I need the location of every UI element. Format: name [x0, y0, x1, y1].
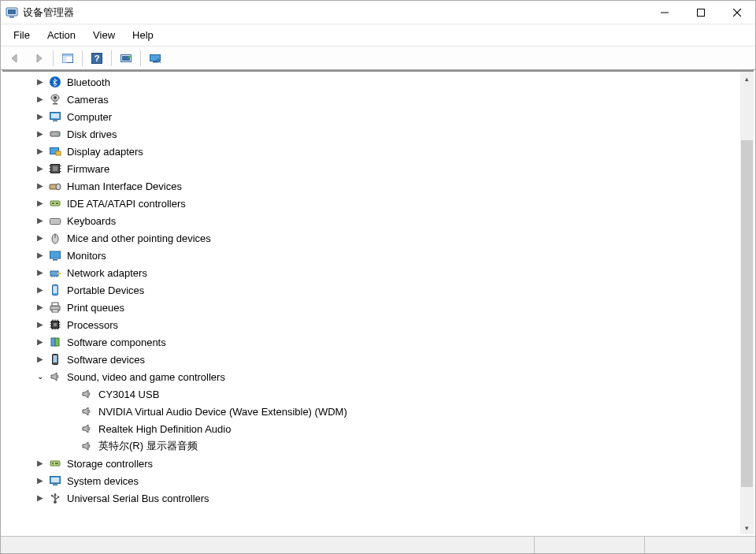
chevron-right-icon[interactable]: ▶ [34, 75, 46, 87]
chevron-down-icon[interactable]: ⌄ [34, 370, 46, 382]
svg-point-26 [57, 133, 59, 135]
tree-item-cameras[interactable]: ▶ Cameras [2, 91, 740, 108]
forward-button[interactable] [28, 49, 50, 68]
chevron-right-icon[interactable]: ▶ [34, 456, 46, 469]
chevron-right-icon[interactable]: ▶ [34, 127, 46, 139]
device-manager-window: 设备管理器 File Action View Help [0, 0, 756, 554]
disk-drive-icon [48, 128, 62, 140]
maximize-button[interactable] [683, 1, 719, 24]
tree-item-label: NVIDIA Virtual Audio Device (Wave Extens… [98, 406, 347, 418]
chevron-right-icon[interactable]: ▶ [34, 352, 46, 365]
chevron-right-icon[interactable]: ▶ [34, 162, 46, 174]
chevron-right-icon[interactable]: ▶ [34, 231, 46, 244]
device-manager-icon [6, 6, 18, 19]
software-component-icon [48, 336, 62, 348]
tree-item-cy3014-usb[interactable]: ▶ CY3014 USB [2, 385, 740, 403]
svg-rect-4 [698, 9, 705, 16]
chevron-right-icon[interactable]: ▶ [34, 318, 46, 330]
tree-item-bluetooth[interactable]: ▶ Bluetooth [2, 73, 740, 91]
tree-item-network-adapters[interactable]: ▶ Network adapters [2, 264, 740, 281]
tree-item-portable-devices[interactable]: ▶ Portable Devices [2, 281, 740, 299]
tree-item-label: Processors [67, 319, 118, 331]
tree-item-realtek-audio[interactable]: ▶ Realtek High Definition Audio [2, 420, 740, 437]
chevron-right-icon[interactable]: ▶ [34, 335, 46, 348]
chevron-right-icon[interactable]: ▶ [34, 300, 46, 313]
tree-item-label: Monitors [67, 250, 106, 262]
tree-item-display-adapters[interactable]: ▶ Display adapters [2, 143, 740, 160]
tree-item-software-devices[interactable]: ▶ Software devices [2, 351, 740, 368]
svg-rect-60 [54, 323, 57, 326]
tree-item-print-queues[interactable]: ▶ Print queues [2, 299, 740, 316]
tree-item-disk-drives[interactable]: ▶ Disk drives [2, 125, 740, 143]
tree-item-label: System devices [67, 475, 139, 487]
svg-rect-88 [57, 496, 59, 498]
scroll-up-button[interactable]: ▴ [740, 72, 754, 85]
show-hide-console-tree-button[interactable] [57, 49, 79, 68]
tree-item-monitors[interactable]: ▶ Monitors [2, 247, 740, 264]
svg-rect-42 [50, 219, 61, 225]
hid-icon [48, 180, 62, 192]
svg-line-17 [159, 61, 161, 63]
menu-view[interactable]: View [85, 26, 123, 44]
chevron-right-icon[interactable]: ▶ [34, 110, 46, 122]
tree-item-label: Software devices [67, 354, 145, 366]
bluetooth-icon [48, 76, 62, 88]
vertical-scrollbar[interactable]: ▴ ▾ [740, 72, 754, 534]
keyboard-icon [48, 214, 62, 227]
tree-item-intel-display-audio[interactable]: ▶ 英特尔(R) 显示器音频 [2, 437, 740, 455]
tree-item-mice[interactable]: ▶ Mice and other pointing devices [2, 229, 740, 247]
close-button[interactable] [719, 1, 755, 24]
tree-item-system-devices[interactable]: ▶ System devices [2, 472, 740, 489]
tree-item-sound[interactable]: ⌄ Sound, video and game controllers [2, 368, 740, 385]
chevron-right-icon[interactable]: ▶ [34, 266, 46, 278]
chevron-right-icon[interactable]: ▶ [34, 283, 46, 296]
tree-item-hid[interactable]: ▶ Human Interface Devices [2, 177, 740, 195]
tree-item-label: Sound, video and game controllers [67, 371, 225, 383]
minimize-button[interactable] [647, 1, 683, 24]
svg-rect-82 [53, 485, 57, 486]
scan-hardware-button[interactable] [115, 49, 137, 68]
chevron-right-icon[interactable]: ▶ [34, 214, 46, 226]
window-title: 设备管理器 [23, 6, 74, 20]
menu-action[interactable]: Action [39, 26, 83, 44]
chevron-right-icon[interactable]: ▶ [34, 491, 46, 504]
scroll-track[interactable] [740, 85, 754, 521]
menu-help[interactable]: Help [124, 26, 161, 44]
tree-item-keyboards[interactable]: ▶ Keyboards [2, 212, 740, 229]
chevron-right-icon[interactable]: ▶ [34, 196, 46, 209]
chevron-right-icon[interactable]: ▶ [34, 92, 46, 105]
monitor-action-button[interactable] [144, 49, 166, 68]
scroll-down-button[interactable]: ▾ [740, 521, 754, 534]
tree-item-firmware[interactable]: ▶ Firmware [2, 160, 740, 177]
tree-item-software-components[interactable]: ▶ Software components [2, 333, 740, 351]
svg-point-78 [52, 463, 54, 464]
tree-item-label: IDE ATA/ATAPI controllers [67, 198, 186, 210]
menu-file[interactable]: File [6, 26, 38, 44]
back-button[interactable] [4, 49, 26, 68]
svg-rect-73 [51, 338, 55, 346]
firmware-icon [48, 162, 62, 175]
status-cell [1, 537, 535, 553]
tree-item-storage-controllers[interactable]: ▶ Storage controllers [2, 455, 740, 472]
chevron-right-icon[interactable]: ▶ [34, 144, 46, 157]
tree-item-label: Universal Serial Bus controllers [67, 493, 209, 504]
tree-item-label: Software components [67, 336, 166, 348]
chevron-right-icon[interactable]: ▶ [34, 179, 46, 191]
tree-item-ide[interactable]: ▶ IDE ATA/ATAPI controllers [2, 195, 740, 212]
scroll-thumb[interactable] [741, 140, 753, 487]
system-device-icon [48, 474, 62, 487]
tree-item-computer[interactable]: ▶ Computer [2, 108, 740, 125]
svg-rect-9 [63, 56, 67, 62]
tree-item-label: Human Interface Devices [67, 180, 182, 192]
svg-rect-49 [50, 271, 58, 276]
tree-item-processors[interactable]: ▶ Processors [2, 316, 740, 333]
svg-rect-50 [57, 273, 61, 274]
help-button[interactable]: ? [86, 49, 108, 68]
tree-item-nvidia-virtual-audio[interactable]: ▶ NVIDIA Virtual Audio Device (Wave Exte… [2, 403, 740, 420]
tree-item-label: Computer [67, 111, 112, 123]
tree-item-usb-controllers[interactable]: ▶ Universal Serial Bus controllers [2, 489, 740, 507]
svg-point-38 [56, 184, 61, 190]
chevron-right-icon[interactable]: ▶ [34, 474, 46, 486]
status-bar [1, 536, 755, 553]
chevron-right-icon[interactable]: ▶ [34, 248, 46, 261]
